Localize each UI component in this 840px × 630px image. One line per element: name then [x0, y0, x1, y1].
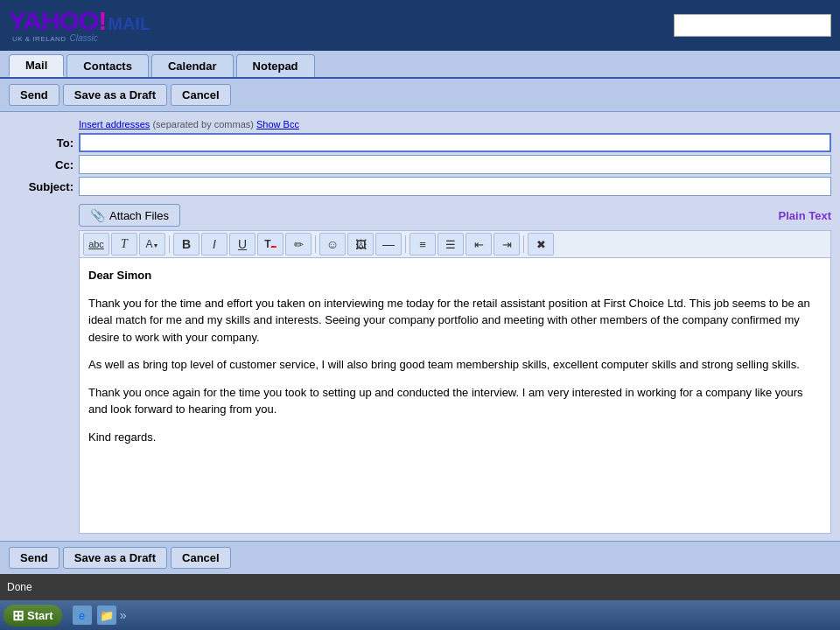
subject-label: Subject: [9, 180, 79, 193]
send-button-bottom[interactable]: Send [9, 547, 60, 569]
taskbar-arrow[interactable]: » [120, 608, 127, 622]
to-row: To: [9, 133, 831, 152]
rich-toolbar: abc T A▼ B I U T▬ ✏ [79, 230, 831, 257]
content-area: Insert addresses (separated by commas) S… [0, 112, 840, 541]
tab-notepad-label: Notepad [253, 60, 298, 73]
status-text: Done [7, 581, 32, 593]
plain-text-link[interactable]: Plain Text [779, 209, 831, 222]
search-input[interactable] [674, 14, 831, 37]
cc-input[interactable] [79, 155, 831, 174]
underline-icon: U [238, 237, 247, 251]
attach-label: Attach Files [109, 209, 169, 222]
tab-mail-label: Mail [25, 59, 47, 72]
cancel-button[interactable]: Cancel [171, 84, 231, 106]
main-window: YAHOO! MAIL UK & IRELAND Classic Mail Co… [0, 0, 840, 630]
outdent-button[interactable]: ⇤ [466, 233, 492, 256]
folder-icon[interactable]: 📁 [97, 606, 116, 625]
tab-calendar[interactable]: Calendar [151, 54, 234, 77]
indent-icon: ⇥ [502, 238, 512, 251]
rule-icon: — [382, 237, 395, 251]
align-icon: ≡ [419, 238, 426, 251]
remove-format-button[interactable]: ✖ [528, 233, 554, 256]
separator-4 [523, 235, 524, 253]
start-button[interactable]: ⊞ Start [4, 605, 62, 626]
logo-row: YAHOO! MAIL [9, 8, 150, 34]
taskbar-icons: e 📁 [73, 606, 116, 625]
cc-label: Cc: [9, 158, 79, 172]
spell-icon: abc [88, 239, 104, 249]
font-color-button[interactable]: T▬ [257, 233, 284, 256]
cancel-button-bottom[interactable]: Cancel [171, 547, 231, 569]
to-input[interactable] [79, 133, 831, 152]
remove-format-icon: ✖ [536, 238, 546, 251]
subject-input[interactable] [79, 177, 831, 196]
italic-icon: I [213, 237, 216, 251]
image-icon: 🖼 [355, 238, 367, 251]
indent-button[interactable]: ⇥ [494, 233, 520, 256]
rule-button[interactable]: — [375, 233, 402, 256]
font-family-button[interactable]: T [111, 233, 137, 256]
underline-button[interactable]: U [229, 233, 256, 256]
attach-button[interactable]: 📎 Attach Files [79, 204, 180, 227]
list-button[interactable]: ☰ [438, 233, 464, 256]
to-label: To: [9, 136, 79, 150]
logo-bottom: UK & IRELAND Classic [12, 34, 150, 43]
align-button[interactable]: ≡ [410, 233, 436, 256]
mail-label: MAIL [108, 15, 150, 32]
separator-3 [405, 235, 406, 253]
logo-compound: YAHOO! MAIL UK & IRELAND Classic [9, 8, 150, 43]
nav-tabs: Mail Contacts Calendar Notepad [0, 51, 840, 79]
italic-button[interactable]: I [201, 233, 228, 256]
font-color-icon: T▬ [264, 238, 276, 250]
list-icon: ☰ [445, 238, 456, 251]
logo-area: YAHOO! MAIL UK & IRELAND Classic [9, 8, 150, 43]
cc-row: Cc: [9, 155, 831, 174]
font-size-button[interactable]: A▼ [139, 233, 165, 256]
main-toolbar: Send Save as a Draft Cancel [0, 79, 840, 112]
tab-mail[interactable]: Mail [9, 54, 64, 77]
body-paragraph-1: Thank you for the time and effort you ta… [88, 295, 822, 346]
classic-label: Classic [70, 34, 98, 43]
uk-label: UK & IRELAND [12, 36, 66, 43]
compose-body[interactable]: Dear Simon Thank you for the time and ef… [79, 257, 831, 534]
save-draft-button[interactable]: Save as a Draft [63, 84, 167, 106]
address-hint: Insert addresses (separated by commas) S… [9, 119, 831, 130]
body-paragraph-3: Thank you once again for the time you to… [88, 384, 822, 418]
body-paragraph-2: As well as bring top level of customer s… [88, 356, 822, 374]
tab-notepad[interactable]: Notepad [236, 54, 315, 77]
body-closing: Kind regards. [88, 429, 822, 446]
top-bar: YAHOO! MAIL UK & IRELAND Classic [0, 0, 840, 51]
insert-addresses-link[interactable]: Insert addresses [79, 119, 150, 130]
tab-contacts[interactable]: Contacts [66, 54, 149, 77]
exclaim: ! [98, 6, 106, 35]
bold-icon: B [182, 237, 191, 251]
yahoo-text: YAHOO! [9, 8, 106, 34]
spell-check-button[interactable]: abc [83, 233, 109, 256]
subject-row: Subject: [9, 177, 831, 196]
start-label: Start [27, 609, 53, 622]
smiley-button[interactable]: ☺ [319, 233, 346, 256]
outdent-icon: ⇤ [474, 238, 484, 251]
save-draft-button-bottom[interactable]: Save as a Draft [63, 547, 167, 569]
highlight-icon: ✏ [294, 238, 304, 251]
separator-1 [169, 235, 170, 253]
image-button[interactable]: 🖼 [347, 233, 374, 256]
font-size-icon: A▼ [146, 238, 159, 250]
attach-row: 📎 Attach Files Plain Text [9, 204, 831, 227]
status-bar: Done [0, 574, 840, 600]
ie-icon[interactable]: e [73, 606, 92, 625]
font-icon: T [121, 237, 128, 251]
bottom-toolbar: Send Save as a Draft Cancel [0, 541, 840, 574]
windows-orb: ⊞ [12, 607, 24, 624]
smiley-icon: ☺ [326, 237, 339, 251]
bold-button[interactable]: B [173, 233, 200, 256]
highlight-button[interactable]: ✏ [285, 233, 312, 256]
address-hint-suffix: (separated by commas) [150, 119, 254, 130]
show-bcc-link[interactable]: Show Bcc [256, 119, 299, 130]
folder-glyph: 📁 [100, 609, 114, 622]
send-button[interactable]: Send [9, 84, 60, 106]
separator-2 [315, 235, 316, 253]
tab-contacts-label: Contacts [83, 60, 132, 73]
tab-calendar-label: Calendar [168, 60, 217, 73]
paperclip-icon: 📎 [90, 208, 105, 222]
